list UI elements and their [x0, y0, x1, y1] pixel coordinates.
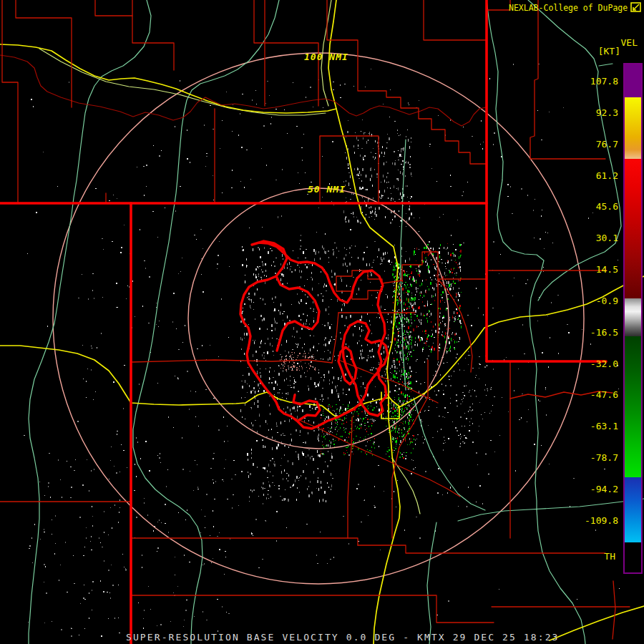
colorbar-title: VEL	[621, 37, 638, 48]
county-border-line	[132, 0, 174, 70]
product-title: SUPER-RESOLUTION BASE VELOCITY 0.0 DEG -…	[126, 632, 560, 643]
colorbar-units: [KT]	[598, 46, 620, 57]
river-line	[599, 64, 613, 66]
colorbar-tick-label: -16.5	[590, 327, 618, 338]
colorbar-segment-green	[625, 336, 641, 477]
secondary-highway-line	[39, 49, 326, 115]
county-border-line	[2, 0, 18, 203]
colorbar-tick-label: 14.5	[596, 264, 618, 275]
colorbar	[623, 63, 643, 574]
county-border-line	[132, 538, 358, 545]
highway-line	[550, 606, 644, 640]
county-border-line	[132, 595, 494, 623]
colorbar-segment-blue	[625, 477, 641, 542]
colorbar-tick-label: -47.6	[590, 389, 618, 400]
colorbar-tick-label: -94.2	[590, 484, 618, 494]
colorbar-tick-label: 45.6	[596, 201, 618, 212]
colorbar-segment-purple	[625, 64, 641, 97]
river-line	[537, 509, 585, 644]
river-line	[414, 398, 485, 510]
county-border-line	[332, 313, 338, 363]
brand: NEXLAB-College of DuPage	[509, 2, 642, 13]
highway-line	[381, 392, 399, 419]
echo-dots-layer	[78, 79, 568, 564]
county-border-line	[424, 0, 486, 40]
colorbar-tick-label: -32.0	[590, 358, 618, 369]
colorbar-threshold-label: TH	[604, 551, 615, 562]
colorbar-tick-label: -63.1	[590, 421, 618, 431]
radar-viewer: NEXLAB-College of DuPage VEL [KT] 107.89…	[0, 0, 644, 644]
echo-dots-layer	[280, 352, 316, 371]
river-line	[427, 522, 436, 644]
county-border-line	[327, 0, 487, 164]
colorbar-tick-label: -109.8	[585, 515, 618, 526]
county-border-line	[132, 360, 332, 363]
river-line	[29, 0, 151, 644]
dupage-logo-icon	[630, 2, 642, 13]
echo-dots-layer	[29, 458, 230, 637]
echo-dots-layer	[343, 130, 412, 224]
county-border-line	[348, 417, 352, 538]
colorbar-tick-label: -78.7	[590, 452, 618, 463]
river-line	[487, 0, 544, 509]
colorbar-tick-label: 76.7	[596, 139, 618, 150]
echo-dots-layer	[411, 243, 462, 353]
river-line	[528, 0, 621, 301]
colorbar-segment-black	[625, 542, 641, 570]
range-ring-label: 50 NMI	[308, 184, 346, 195]
brand-text: NEXLAB-College of DuPage	[509, 3, 628, 13]
county-border-line	[613, 581, 615, 639]
colorbar-tick-label: 61.2	[596, 170, 618, 181]
county-border-line	[16, 0, 72, 107]
range-ring-label: 100 NMI	[304, 52, 348, 62]
colorbar-segment-red	[625, 159, 641, 298]
colorbar-tick-label: 107.8	[590, 76, 618, 87]
county-border-line	[487, 0, 510, 10]
colorbar-tick-label: 92.3	[596, 107, 618, 118]
river-line	[133, 0, 279, 644]
secondary-highway-line	[392, 458, 420, 514]
county-border-line	[392, 360, 428, 538]
county-border-line	[358, 545, 605, 553]
radar-map	[0, 0, 644, 644]
colorbar-tick-label: 30.1	[596, 233, 618, 243]
colorbar-tick-label: -0.9	[596, 296, 618, 306]
county-border-line	[95, 0, 132, 16]
colorbar-segment-gray	[625, 298, 641, 336]
colorbar-segment-yellow-orange	[625, 97, 641, 159]
